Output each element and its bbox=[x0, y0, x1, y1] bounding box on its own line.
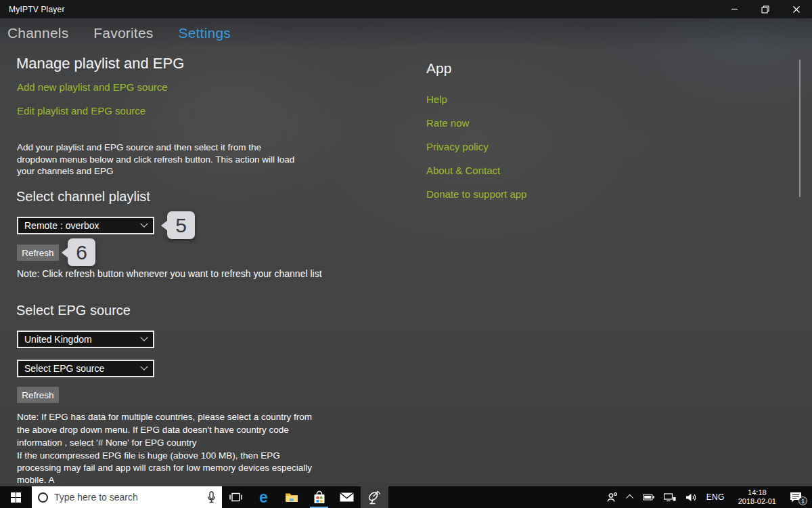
channel-playlist-heading: Select channel playlist bbox=[16, 189, 150, 205]
start-button[interactable] bbox=[0, 486, 32, 508]
task-view-icon bbox=[229, 492, 243, 503]
clock-date: 2018-02-01 bbox=[738, 497, 776, 506]
step-callout-5: 5 bbox=[167, 211, 195, 239]
speaker-icon bbox=[685, 493, 697, 502]
link-about-contact[interactable]: About & Contact bbox=[426, 165, 500, 176]
edge-button[interactable]: e bbox=[250, 486, 277, 508]
file-explorer-button[interactable] bbox=[277, 486, 305, 508]
refresh-playlist-button[interactable]: Refresh bbox=[17, 245, 59, 261]
epg-source-dropdown[interactable]: Select EPG source bbox=[17, 360, 154, 377]
task-view-button[interactable] bbox=[222, 486, 250, 508]
link-help[interactable]: Help bbox=[426, 93, 447, 105]
channel-playlist-dropdown[interactable]: Remote : overbox bbox=[17, 217, 154, 234]
cortana-icon bbox=[38, 492, 48, 503]
minimize-icon bbox=[731, 5, 738, 13]
windows-logo-icon bbox=[11, 492, 21, 503]
search-input[interactable] bbox=[54, 492, 201, 503]
taskbar: e bbox=[0, 486, 812, 508]
refresh-epg-button[interactable]: Refresh bbox=[17, 387, 59, 403]
manage-heading: Manage playlist and EPG bbox=[16, 55, 184, 72]
system-tray: ENG 14:18 2018-02-01 1 bbox=[601, 486, 812, 508]
chevron-down-icon bbox=[140, 334, 148, 341]
chevron-down-icon bbox=[140, 220, 148, 228]
taskbar-search[interactable] bbox=[32, 486, 222, 508]
close-button[interactable] bbox=[781, 0, 812, 18]
clock[interactable]: 14:18 2018-02-01 bbox=[729, 486, 785, 508]
store-icon bbox=[313, 490, 325, 504]
restore-button[interactable] bbox=[750, 0, 781, 18]
language-indicator[interactable]: ENG bbox=[702, 486, 729, 508]
channel-playlist-dropdown-value: Remote : overbox bbox=[24, 220, 99, 231]
manage-description: Add your playlist and EPG source and the… bbox=[17, 142, 302, 177]
satellite-dish-icon bbox=[367, 490, 382, 505]
action-center-button[interactable]: 1 bbox=[785, 486, 809, 508]
epg-country-dropdown-value: United Kingdom bbox=[24, 334, 92, 345]
close-icon bbox=[792, 5, 800, 14]
volume-button[interactable] bbox=[681, 486, 702, 508]
minimize-button[interactable] bbox=[719, 0, 750, 18]
title-bar: MyIPTV Player bbox=[0, 0, 812, 18]
app-heading: App bbox=[426, 60, 451, 77]
mail-button[interactable] bbox=[333, 486, 361, 508]
clock-time: 14:18 bbox=[738, 488, 776, 497]
link-privacy-policy[interactable]: Privacy policy bbox=[426, 141, 489, 152]
epg-country-dropdown[interactable]: United Kingdom bbox=[17, 331, 154, 348]
store-button[interactable] bbox=[305, 486, 333, 508]
epg-heading: Select EPG source bbox=[16, 303, 131, 318]
epg-country-note: Note: If EPG has data for multiple count… bbox=[17, 410, 321, 449]
chevron-down-icon bbox=[140, 363, 148, 371]
epg-size-note: If the uncompressed EPG file is huge (ab… bbox=[17, 450, 321, 486]
language-label: ENG bbox=[706, 492, 725, 502]
window-controls bbox=[719, 0, 812, 18]
people-icon bbox=[606, 492, 618, 503]
mail-icon bbox=[340, 492, 354, 502]
tray-expand-button[interactable] bbox=[623, 486, 638, 508]
myiptv-player-button[interactable] bbox=[361, 486, 388, 508]
edge-icon: e bbox=[259, 490, 268, 505]
file-explorer-icon bbox=[285, 492, 298, 503]
link-edit-playlist[interactable]: Edit playlist and EPG source bbox=[17, 105, 145, 117]
battery-button[interactable] bbox=[638, 486, 659, 508]
battery-icon bbox=[643, 494, 654, 501]
network-button[interactable] bbox=[659, 486, 681, 508]
tab-favorites[interactable]: Favorites bbox=[93, 25, 153, 41]
taskbar-app-icons: e bbox=[222, 486, 388, 508]
people-button[interactable] bbox=[601, 486, 623, 508]
link-rate-now[interactable]: Rate now bbox=[426, 117, 469, 129]
app-window: MyIPTV Player Channels Favorites Setting… bbox=[0, 0, 812, 486]
restore-icon bbox=[761, 5, 769, 14]
link-donate[interactable]: Donate to support app bbox=[426, 188, 526, 200]
tab-channels[interactable]: Channels bbox=[7, 25, 68, 41]
epg-source-dropdown-value: Select EPG source bbox=[24, 363, 104, 374]
tab-bar: Channels Favorites Settings bbox=[0, 18, 812, 48]
refresh-note: Note: Click refresh button whenever you … bbox=[17, 268, 342, 280]
scrollbar-thumb[interactable] bbox=[799, 60, 800, 197]
network-icon bbox=[664, 492, 676, 502]
tab-settings[interactable]: Settings bbox=[179, 25, 231, 41]
window-title: MyIPTV Player bbox=[0, 5, 65, 14]
notification-badge: 1 bbox=[798, 496, 807, 505]
microphone-icon bbox=[207, 491, 216, 504]
step-callout-6: 6 bbox=[68, 238, 95, 266]
link-add-playlist[interactable]: Add new playlist and EPG source bbox=[17, 81, 168, 93]
chevron-up-icon bbox=[626, 494, 633, 502]
